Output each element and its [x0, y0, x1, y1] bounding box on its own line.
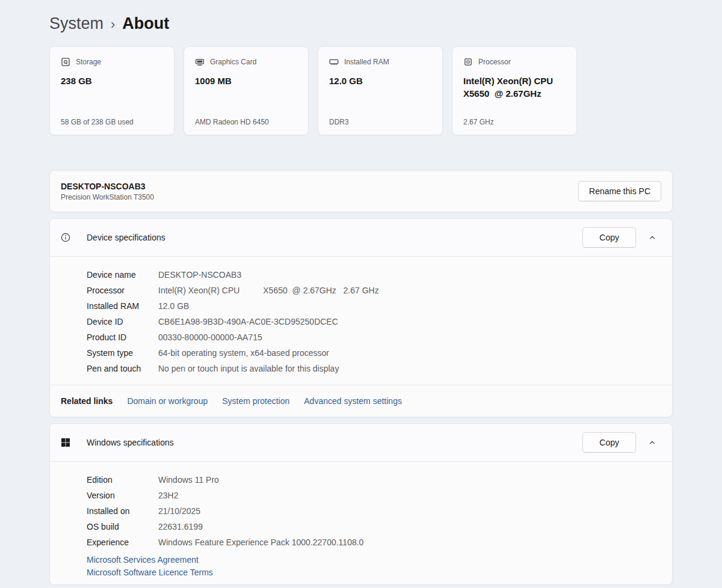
graphics-card-label: Graphics Card	[210, 58, 256, 66]
device-name: DESKTOP-NSCOAB3	[61, 182, 154, 191]
processor-card: Processor Intel(R) Xeon(R) CPU X5650 @ 2…	[452, 46, 577, 135]
spec-label: Installed on	[87, 506, 158, 516]
spec-label: Version	[87, 491, 158, 500]
windows-specifications-title: Windows specifications	[87, 438, 174, 447]
info-icon	[61, 233, 70, 242]
processor-card-value: Intel(R) Xeon(R) CPU X5650 @ 2.67GHz	[463, 75, 566, 100]
rename-pc-button[interactable]: Rename this PC	[578, 181, 661, 201]
domain-or-workgroup-link[interactable]: Domain or workgroup	[127, 396, 208, 406]
microsoft-software-licence-terms-link[interactable]: Microsoft Software Licence Terms	[87, 568, 672, 577]
spec-value: 64-bit operating system, x64-based proce…	[158, 348, 329, 358]
spec-value: Intel(R) Xeon(R) CPU X5650 @ 2.67GHz 2.6…	[158, 286, 379, 295]
storage-card-value: 238 GB	[61, 75, 163, 87]
breadcrumb: System › About	[49, 14, 673, 33]
windows-specifications-section: Windows specifications Copy Edition Wind…	[49, 423, 673, 585]
spec-value: 22631.6199	[158, 522, 203, 531]
windows-specs-body: Edition Windows 11 Pro Version 23H2 Inst…	[50, 462, 672, 553]
spec-row-edition: Edition Windows 11 Pro	[50, 472, 672, 488]
page-title: About	[122, 14, 169, 33]
related-links-row: Related links Domain or workgroup System…	[50, 385, 672, 417]
windows-specs-copy-button[interactable]: Copy	[582, 432, 636, 453]
spec-label: Experience	[87, 537, 158, 547]
spec-row-os-build: OS build 22631.6199	[50, 519, 672, 534]
spec-label: Device name	[87, 270, 158, 280]
device-specs-chevron-up-icon[interactable]	[642, 227, 662, 248]
spec-row-version: Version 23H2	[50, 488, 672, 503]
summary-cards-row: Storage 238 GB 58 GB of 238 GB used Grap…	[49, 46, 673, 135]
spec-label: OS build	[87, 522, 158, 531]
spec-value: 23H2	[158, 491, 178, 500]
installed-ram-label: Installed RAM	[344, 58, 389, 66]
storage-card-subtitle: 58 GB of 238 GB used	[61, 118, 163, 126]
system-protection-link[interactable]: System protection	[222, 396, 289, 406]
spec-row-system-type: System type 64-bit operating system, x64…	[50, 345, 672, 361]
spec-value: 12.0 GB	[158, 301, 189, 311]
spec-label: Pen and touch	[87, 364, 158, 373]
advanced-system-settings-link[interactable]: Advanced system settings	[304, 396, 402, 406]
spec-row-processor: Processor Intel(R) Xeon(R) CPU X5650 @ 2…	[50, 283, 672, 298]
settings-about-page: System › About Storage 238 GB 58 GB of 2…	[0, 0, 722, 588]
windows-links: Microsoft Services Agreement Microsoft S…	[50, 553, 672, 584]
storage-icon	[61, 57, 70, 67]
device-specs-body: Device name DESKTOP-NSCOAB3 Processor In…	[50, 257, 672, 385]
device-model: Precision WorkStation T3500	[61, 193, 154, 201]
spec-value: Windows 11 Pro	[158, 475, 219, 485]
spec-label: Installed RAM	[87, 301, 158, 311]
spec-label: Edition	[87, 475, 158, 485]
installed-ram-subtitle: DDR3	[329, 118, 431, 126]
spec-row-device-id: Device ID CB6E1A98-9B3D-490A-AC0E-3CD952…	[50, 314, 672, 329]
windows-logo-icon	[61, 438, 70, 447]
microsoft-services-agreement-link[interactable]: Microsoft Services Agreement	[87, 555, 672, 565]
spec-row-device-name: Device name DESKTOP-NSCOAB3	[50, 267, 672, 283]
processor-card-subtitle: 2.67 GHz	[463, 118, 566, 126]
graphics-card-card: Graphics Card 1009 MB AMD Radeon HD 6450	[184, 46, 309, 135]
device-specifications-section: Device specifications Copy Device name D…	[49, 218, 673, 417]
installed-ram-value: 12.0 GB	[329, 75, 431, 87]
graphics-card-subtitle: AMD Radeon HD 6450	[195, 118, 297, 126]
spec-row-experience: Experience Windows Feature Experience Pa…	[50, 534, 672, 550]
ram-icon	[329, 57, 339, 67]
device-specifications-title: Device specifications	[87, 233, 165, 242]
spec-label: System type	[87, 348, 158, 358]
storage-card-label: Storage	[76, 58, 101, 66]
spec-row-product-id: Product ID 00330-80000-00000-AA715	[50, 329, 672, 345]
graphics-card-icon	[195, 57, 205, 67]
related-links-label: Related links	[61, 396, 113, 406]
spec-label: Processor	[87, 286, 158, 295]
graphics-card-value: 1009 MB	[195, 75, 297, 87]
spec-value: 00330-80000-00000-AA715	[158, 332, 262, 342]
spec-row-pen-and-touch: Pen and touch No pen or touch input is a…	[50, 361, 672, 376]
spec-value: DESKTOP-NSCOAB3	[158, 270, 241, 280]
spec-label: Device ID	[87, 317, 158, 326]
breadcrumb-system[interactable]: System	[49, 14, 103, 33]
device-specifications-header[interactable]: Device specifications Copy	[50, 219, 672, 256]
storage-card: Storage 238 GB 58 GB of 238 GB used	[49, 46, 174, 135]
processor-icon	[463, 57, 473, 67]
installed-ram-card: Installed RAM 12.0 GB DDR3	[318, 46, 443, 135]
device-name-card: DESKTOP-NSCOAB3 Precision WorkStation T3…	[49, 170, 673, 212]
spec-value: No pen or touch input is available for t…	[158, 364, 339, 373]
processor-card-label: Processor	[478, 58, 511, 66]
breadcrumb-separator-icon: ›	[111, 16, 115, 32]
windows-specs-chevron-up-icon[interactable]	[642, 432, 662, 453]
spec-value: CB6E1A98-9B3D-490A-AC0E-3CD95250DCEC	[158, 317, 338, 326]
spec-value: 21/10/2025	[158, 506, 200, 516]
spec-value: Windows Feature Experience Pack 1000.227…	[158, 537, 363, 547]
spec-row-installed-ram: Installed RAM 12.0 GB	[50, 298, 672, 314]
spec-label: Product ID	[87, 332, 158, 342]
windows-specifications-header[interactable]: Windows specifications Copy	[50, 424, 672, 461]
spec-row-installed-on: Installed on 21/10/2025	[50, 503, 672, 519]
device-specs-copy-button[interactable]: Copy	[582, 227, 636, 248]
